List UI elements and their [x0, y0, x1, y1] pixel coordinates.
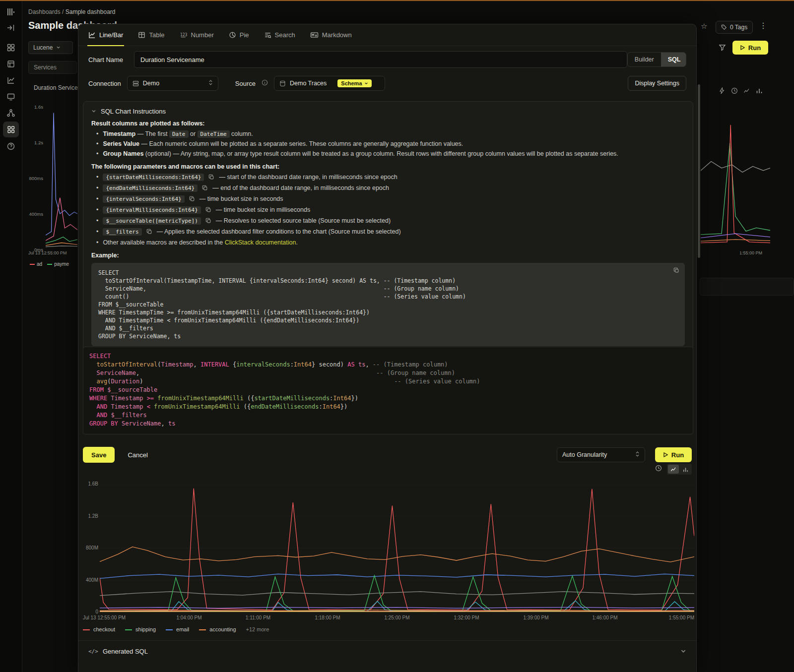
text-token: DateTime — [198, 130, 230, 138]
chart-series — [701, 143, 770, 235]
tag-icon — [721, 24, 727, 30]
modal-scrollbar[interactable] — [698, 84, 700, 258]
macro-description: — time bucket size in milliseconds — [216, 206, 310, 214]
granularity-select[interactable]: Auto Granularity — [557, 447, 645, 462]
service-map-icon[interactable] — [3, 105, 19, 121]
chart-series — [46, 246, 77, 247]
text-token: Series Value — [103, 140, 139, 147]
copy-icon[interactable] — [208, 174, 214, 180]
y-axis-tick: 800M — [86, 545, 98, 550]
kebab-menu-icon[interactable]: ⋮ — [759, 21, 767, 30]
chevron-down-icon[interactable] — [680, 647, 686, 656]
x-axis-tick: 1:18:00 PM — [315, 615, 340, 620]
breadcrumb-page[interactable]: Sample dashboard — [66, 8, 116, 15]
bullet-dot: • — [96, 174, 98, 181]
x-axis-tick: 1:32:00 PM — [454, 615, 479, 620]
legend-item[interactable]: checkout — [83, 626, 115, 632]
database-icon — [279, 80, 286, 87]
source-select[interactable]: Demo Traces Schema — [274, 76, 385, 91]
bullet-dot: • — [96, 140, 98, 148]
run-query-button[interactable]: Run — [655, 447, 692, 462]
y-axis-tick: 0 — [95, 609, 98, 614]
line-view-button[interactable] — [668, 465, 679, 474]
source-label: Source — [235, 80, 256, 87]
breadcrumb-section[interactable]: Dashboards — [28, 8, 61, 15]
connection-select[interactable]: Demo — [127, 76, 218, 91]
copy-icon[interactable] — [205, 218, 211, 224]
legend-label: email — [176, 626, 189, 632]
bg-right-chart — [701, 117, 770, 249]
macro-list: •{startDateMilliseconds:Int64}— start of… — [91, 173, 685, 236]
chart-series — [46, 243, 77, 245]
dashboard-run-button[interactable]: Run — [732, 41, 768, 55]
collapse-panel-icon[interactable] — [3, 20, 19, 36]
services-filter-chip[interactable]: Services — [28, 61, 77, 74]
instructions-header[interactable]: SQL Chart Instructions — [91, 108, 685, 115]
save-button[interactable]: Save — [83, 447, 115, 463]
tab-search[interactable]: Search — [264, 24, 295, 46]
saved-items-icon[interactable] — [3, 56, 19, 72]
chart-series — [701, 125, 770, 243]
copy-icon[interactable] — [202, 185, 208, 191]
instruction-bullet: •Series Value — Each numeric column will… — [96, 140, 685, 148]
apps-grid-icon[interactable] — [3, 122, 19, 137]
filter-icon[interactable] — [719, 44, 726, 51]
main-chart[interactable] — [100, 484, 694, 612]
copy-icon[interactable] — [146, 229, 152, 235]
logo-icon[interactable] — [3, 4, 19, 20]
legend-item[interactable]: +12 more — [246, 626, 269, 632]
server-icon — [132, 80, 139, 87]
bullet-dot: • — [96, 184, 98, 191]
legend-dash — [30, 264, 35, 265]
bar-view-button[interactable] — [680, 465, 691, 474]
sessions-icon[interactable] — [3, 89, 19, 105]
tab-markdown[interactable]: Markdown — [310, 24, 352, 46]
help-icon[interactable] — [3, 138, 19, 154]
doc-link[interactable]: ClickStack documentation — [225, 239, 296, 246]
legend-item[interactable]: shipping — [125, 626, 156, 632]
clock-icon[interactable] — [731, 87, 738, 96]
copy-icon[interactable] — [205, 207, 211, 213]
tags-button[interactable]: 0 Tags — [716, 21, 753, 34]
bullet-dot: • — [96, 228, 98, 235]
info-icon[interactable] — [262, 79, 268, 88]
result-columns-bullets: •Timestamp — The first Date or DateTime … — [91, 130, 685, 158]
line-chart-icon[interactable] — [743, 87, 750, 96]
sql-editor[interactable]: SELECT toStartOfInterval(Timestamp, INTE… — [83, 347, 693, 434]
legend-item[interactable]: ad — [30, 261, 42, 267]
chart-line-icon[interactable] — [3, 72, 19, 88]
schema-badge[interactable]: Schema — [337, 79, 371, 87]
cancel-button[interactable]: Cancel — [128, 451, 147, 459]
builder-mode-button[interactable]: Builder — [628, 53, 661, 66]
tab-number[interactable]: 123 Number — [180, 24, 214, 46]
y-axis-tick: 400M — [86, 577, 98, 583]
macro-description: — start of the dashboard date range, in … — [219, 173, 397, 181]
chart-name-input[interactable] — [134, 51, 627, 68]
display-settings-button[interactable]: Display Settings — [628, 76, 686, 91]
lucene-select[interactable]: Lucene — [28, 41, 73, 54]
sql-mode-button[interactable]: SQL — [661, 53, 686, 66]
tab-table[interactable]: Table — [138, 24, 164, 46]
text-token: — Each numeric column will be plotted as… — [139, 140, 463, 147]
tab-line-bar[interactable]: Line/Bar — [88, 24, 123, 46]
legend-item[interactable]: email — [166, 626, 189, 632]
clock-icon[interactable] — [655, 465, 662, 474]
legend-item[interactable]: payme — [47, 261, 69, 267]
lightning-icon[interactable] — [719, 87, 726, 96]
y-axis-tick: 400ms — [29, 211, 43, 217]
bg-right-x-tick: 1:55:00 PM — [739, 250, 762, 255]
bar-chart-icon[interactable] — [756, 87, 763, 96]
sql-instructions-panel: SQL Chart Instructions Result columns ar… — [83, 101, 693, 355]
result-columns-heading: Result columns are plotted as follows: — [91, 120, 685, 127]
text-token: . — [296, 239, 297, 246]
bullet-dot: • — [96, 217, 98, 224]
chart-series — [100, 489, 694, 610]
star-icon[interactable]: ☆ — [701, 22, 707, 31]
copy-icon[interactable] — [673, 267, 679, 273]
legend-item[interactable]: accounting — [199, 626, 236, 632]
chart-series — [701, 162, 770, 173]
generated-sql-row[interactable]: </> Generated SQL — [78, 640, 696, 662]
copy-icon[interactable] — [189, 196, 195, 202]
dashboards-icon[interactable] — [3, 40, 19, 56]
tab-pie[interactable]: Pie — [229, 24, 249, 46]
